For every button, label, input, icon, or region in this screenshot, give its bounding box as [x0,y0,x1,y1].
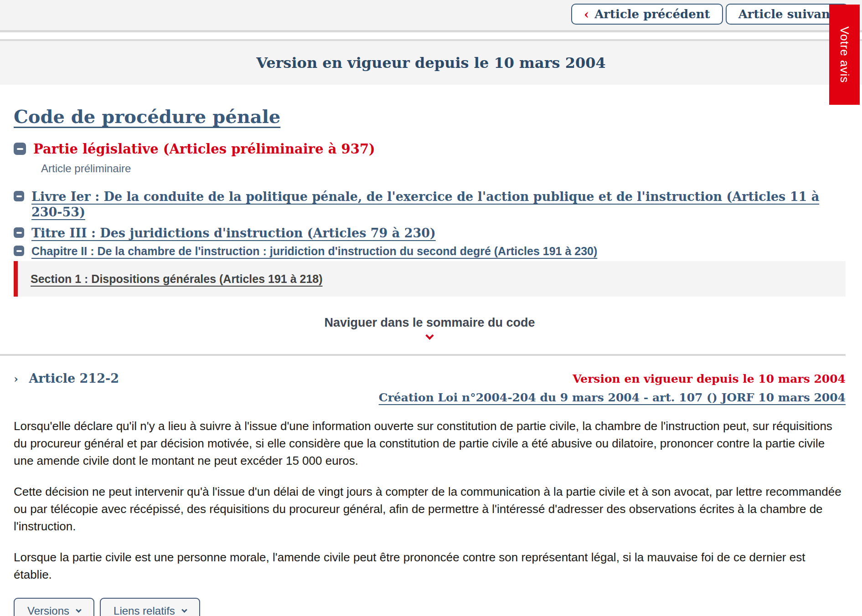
summary-nav-label: Naviguer dans le sommaire du code [14,316,846,330]
feedback-tab-label: Votre avis [837,26,852,83]
section-highlight-bar: Section 1 : Dispositions générales (Arti… [14,261,846,297]
chevron-left-icon: ‹ [584,7,589,21]
article-body: Lorsqu'elle déclare qu'il n'y a lieu à s… [14,417,846,583]
minus-bar [16,250,22,252]
creation-law-link[interactable]: Création Loi n°2004-204 du 9 mars 2004 -… [379,391,846,404]
tree-row-partie: Partie législative (Articles préliminair… [14,141,846,157]
versions-dropdown-button[interactable]: Versions [14,598,94,616]
divider [0,354,846,356]
previous-article-label: Article précédent [594,7,710,21]
tree-row-livre: Livre Ier : De la conduite de la politiq… [14,189,846,220]
minus-bar [17,148,23,150]
article-actions: Versions Liens relatifs [14,598,846,616]
tree-link-titre[interactable]: Titre III : Des juridictions d'instructi… [31,226,436,241]
article-title: › Article 212-2 [14,370,119,387]
previous-article-button[interactable]: ‹ Article précédent [571,4,723,25]
creation-line: Création Loi n°2004-204 du 9 mars 2004 -… [14,390,846,406]
chevron-down-icon [181,607,187,613]
chevron-down-icon [425,331,434,339]
collapse-minus-icon[interactable] [14,227,24,238]
minus-bar [16,232,22,234]
tree-row-chapitre: Chapitre II : De la chambre de l'instruc… [14,244,846,258]
versions-label: Versions [27,605,69,616]
tree-link-livre[interactable]: Livre Ier : De la conduite de la politiq… [31,189,846,220]
article-paragraph: Lorsque la partie civile est une personn… [14,549,846,583]
minus-bar [16,195,22,197]
article-version-label: Version en vigueur depuis le 10 mars 200… [573,372,846,385]
version-banner: Version en vigueur depuis le 10 mars 200… [0,41,862,85]
collapse-minus-icon[interactable] [14,143,26,155]
chevron-right-icon: › [14,372,18,385]
tree-link-article-preliminaire[interactable]: Article préliminaire [41,162,846,175]
tree-link-partie[interactable]: Partie législative (Articles préliminair… [33,141,375,157]
article-paragraph: Lorsqu'elle déclare qu'il n'y a lieu à s… [14,417,846,469]
top-toolbar: ‹ Article précédent Article suivant [0,0,862,30]
divider [0,30,862,32]
collapse-minus-icon[interactable] [14,246,24,256]
liens-relatifs-label: Liens relatifs [114,605,175,616]
feedback-tab[interactable]: Votre avis [829,5,860,105]
article-header: › Article 212-2 Version en vigueur depui… [14,370,846,387]
summary-nav-toggle[interactable]: Naviguer dans le sommaire du code [14,316,846,340]
version-banner-text: Version en vigueur depuis le 10 mars 200… [256,54,606,72]
article-paragraph: Cette décision ne peut intervenir qu'à l… [14,483,846,535]
tree-row-titre: Titre III : Des juridictions d'instructi… [14,226,846,241]
section-link[interactable]: Section 1 : Dispositions générales (Arti… [31,272,323,286]
main-content: Code de procédure pénale Partie législat… [0,85,862,616]
chevron-down-icon [76,607,82,613]
collapse-minus-icon[interactable] [14,191,24,201]
next-article-label: Article suivant [738,7,836,21]
liens-relatifs-dropdown-button[interactable]: Liens relatifs [100,598,200,616]
article-number: Article 212-2 [29,371,119,385]
tree-link-chapitre[interactable]: Chapitre II : De la chambre de l'instruc… [31,244,597,258]
code-title-link[interactable]: Code de procédure pénale [14,106,280,127]
